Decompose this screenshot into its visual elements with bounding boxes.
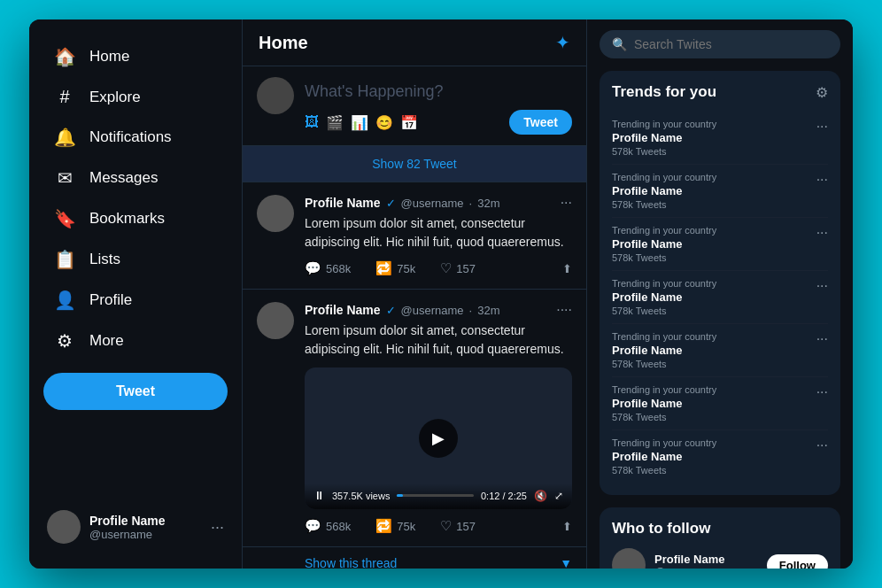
- video-controls: ⏸ 357.5K views 0:12 / 2:25 🔇 ⤢: [305, 484, 572, 509]
- pause-icon[interactable]: ⏸: [313, 489, 325, 502]
- compose-placeholder[interactable]: What's Happening?: [305, 77, 572, 110]
- tweet-avatar-2: [257, 302, 294, 339]
- follow-button[interactable]: Follow: [767, 554, 828, 569]
- sidebar-item-label-messages: Messages: [89, 169, 158, 187]
- share-action-2[interactable]: ⬆: [562, 520, 572, 533]
- trend-more-icon[interactable]: ···: [809, 384, 828, 400]
- share-action-1[interactable]: ⬆: [562, 262, 572, 275]
- trend-more-icon[interactable]: ···: [809, 119, 828, 135]
- show-tweet-banner[interactable]: Show 82 Tweet: [243, 146, 586, 182]
- tweet-body-1: Lorem ipsum dolor sit amet, consectetur …: [305, 214, 572, 251]
- chevron-down-icon: ▼: [560, 556, 572, 569]
- video-progress-bar[interactable]: [397, 494, 474, 497]
- settings-icon[interactable]: ⚙: [816, 84, 828, 101]
- share-icon: ⬆: [562, 262, 572, 275]
- trend-item[interactable]: Trending in your country Profile Name 57…: [612, 377, 828, 430]
- retweet-icon: 🔁: [375, 260, 392, 276]
- comment-icon: 💬: [305, 260, 321, 276]
- sidebar-item-lists[interactable]: 📋 Lists: [43, 240, 228, 279]
- trend-category: Trending in your country: [612, 384, 809, 395]
- sparkle-icon[interactable]: ✦: [555, 32, 570, 53]
- emoji-icon[interactable]: 😊: [375, 114, 393, 131]
- search-input[interactable]: [634, 37, 828, 51]
- tweet-card: Profile Name ✓ @username · 32m ··· Lorem…: [243, 182, 586, 290]
- more-icon: ⚙: [54, 330, 75, 352]
- trend-more-icon[interactable]: ···: [809, 225, 828, 241]
- video-time: 0:12 / 2:25: [481, 491, 527, 501]
- sidebar-item-explore[interactable]: # Explore: [43, 78, 228, 116]
- search-icon: 🔍: [612, 37, 627, 51]
- video-progress-fill: [397, 494, 403, 497]
- volume-icon[interactable]: 🔇: [534, 490, 547, 502]
- trend-count: 578k Tweets: [612, 465, 809, 476]
- like-action-2[interactable]: ♡ 157: [440, 518, 476, 534]
- sidebar-item-label-more: More: [89, 332, 124, 350]
- trend-category: Trending in your country: [612, 278, 809, 289]
- comment-count-2: 568k: [326, 520, 351, 533]
- trend-name: Profile Name: [612, 450, 809, 463]
- messages-icon: ✉: [54, 167, 75, 189]
- video-player: ▶ ⏸ 357.5K views 0:12 / 2:25 🔇 ⤢: [305, 368, 572, 509]
- compose-tweet-button[interactable]: Tweet: [509, 110, 572, 135]
- explore-icon: #: [54, 87, 75, 107]
- retweet-count-2: 75k: [397, 520, 415, 533]
- tweet-avatar: [257, 195, 294, 232]
- image-icon[interactable]: 🖼: [305, 114, 319, 130]
- sidebar: 🏠 Home# Explore🔔 Notifications✉ Messages…: [29, 19, 242, 569]
- trend-item[interactable]: Trending in your country Profile Name 57…: [612, 165, 828, 218]
- tweet-button[interactable]: Tweet: [43, 373, 228, 410]
- trend-item[interactable]: Trending in your country Profile Name 57…: [612, 112, 828, 165]
- comment-action-1[interactable]: 💬 568k: [305, 260, 351, 276]
- heart-icon: ♡: [440, 260, 452, 276]
- retweet-action-1[interactable]: 🔁 75k: [375, 260, 415, 276]
- comment-action-2[interactable]: 💬 568k: [305, 518, 351, 534]
- trend-name: Profile Name: [612, 344, 809, 357]
- tweet-time-2: 32m: [477, 304, 499, 317]
- trend-item[interactable]: Trending in your country Profile Name 57…: [612, 430, 828, 483]
- schedule-icon[interactable]: 📅: [400, 114, 418, 131]
- sidebar-item-label-profile: Profile: [89, 291, 132, 309]
- trend-item[interactable]: Trending in your country Profile Name 57…: [612, 324, 828, 377]
- trend-more-icon[interactable]: ···: [809, 437, 828, 453]
- share-icon-2: ⬆: [562, 520, 572, 533]
- trend-more-icon[interactable]: ···: [809, 278, 828, 294]
- play-button[interactable]: ▶: [419, 419, 458, 458]
- trend-more-icon[interactable]: ···: [809, 172, 828, 188]
- fullscreen-icon[interactable]: ⤢: [554, 490, 563, 502]
- gif-icon[interactable]: 🎬: [326, 114, 344, 131]
- sidebar-item-notifications[interactable]: 🔔 Notifications: [43, 118, 228, 157]
- trend-name: Profile Name: [612, 290, 809, 304]
- trend-count: 578k Tweets: [612, 412, 809, 422]
- trends-section: Trends for you ⚙ Trending in your countr…: [600, 71, 840, 495]
- home-icon: 🏠: [54, 46, 75, 67]
- tweet-more-2[interactable]: ····: [556, 302, 572, 318]
- sidebar-item-bookmarks[interactable]: 🔖 Bookmarks: [43, 199, 228, 238]
- video-views: 357.5K views: [332, 491, 390, 501]
- sidebar-item-more[interactable]: ⚙ More: [43, 321, 228, 360]
- retweet-action-2[interactable]: 🔁 75k: [375, 518, 415, 534]
- show-thread[interactable]: Show this thread ▼: [243, 547, 586, 569]
- retweet-icon-2: 🔁: [375, 518, 392, 534]
- tweet-time-1: 32m: [477, 197, 499, 210]
- sidebar-item-profile[interactable]: 👤 Profile: [43, 281, 228, 320]
- trend-item[interactable]: Trending in your country Profile Name 57…: [612, 271, 828, 324]
- who-to-follow-section: Who to follow Profile Name @username Fol…: [600, 507, 840, 569]
- trend-name: Profile Name: [612, 237, 809, 251]
- trend-category: Trending in your country: [612, 172, 809, 182]
- follow-title: Who to follow: [612, 520, 710, 538]
- poll-icon[interactable]: 📊: [351, 114, 368, 131]
- trend-item[interactable]: Trending in your country Profile Name 57…: [612, 218, 828, 271]
- trend-name: Profile Name: [612, 184, 809, 197]
- search-bar: 🔍: [600, 30, 840, 58]
- trend-more-icon[interactable]: ···: [809, 331, 828, 347]
- profile-icon: 👤: [54, 290, 75, 311]
- sidebar-item-messages[interactable]: ✉ Messages: [43, 159, 228, 197]
- comment-count-1: 568k: [326, 262, 351, 275]
- sidebar-item-home[interactable]: 🏠 Home: [43, 37, 228, 76]
- tweet-card-2: Profile Name ✓ @username · 32m ···· Lore…: [243, 290, 586, 547]
- sidebar-footer[interactable]: Profile Name @username ···: [43, 503, 228, 551]
- tweet-more-1[interactable]: ···: [561, 195, 572, 211]
- like-action-1[interactable]: ♡ 157: [440, 260, 476, 276]
- compose-area: What's Happening? 🖼 🎬 📊 😊 📅 Tweet: [243, 66, 586, 146]
- tweet-name-1: Profile Name: [305, 196, 381, 210]
